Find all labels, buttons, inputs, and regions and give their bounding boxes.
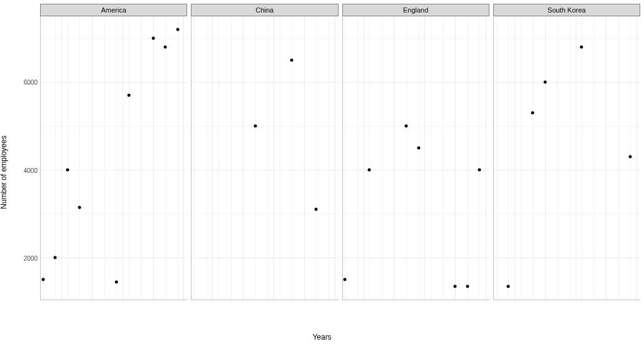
- data-point: [66, 169, 69, 172]
- gridline-v-minor: [382, 16, 382, 300]
- gridline-v-minor: [255, 16, 256, 300]
- plot-area: 2012.52015.02017.52020.02022.5: [342, 16, 489, 300]
- gridline-v: [364, 16, 364, 300]
- gridline-v: [455, 16, 456, 300]
- data-point: [405, 125, 408, 128]
- data-point: [127, 94, 130, 97]
- facet-panels: America2012.52015.02017.52020.02022.5Chi…: [40, 4, 640, 300]
- gridline-v: [212, 16, 213, 300]
- facet-strip: England: [342, 4, 489, 16]
- facet-panel: South Korea2012.52015.02017.52020.02022.…: [493, 4, 640, 300]
- facet-label: South Korea: [548, 6, 586, 14]
- gridline-v-minor: [267, 16, 268, 300]
- x-tick-labels: 2012.52015.02017.52020.02022.5: [494, 300, 640, 300]
- gridline-v-minor: [129, 16, 130, 300]
- facet-panel: England2012.52015.02017.52020.02022.5: [342, 4, 489, 300]
- gridline-v-minor: [369, 16, 370, 300]
- data-point: [54, 256, 57, 259]
- gridline-v: [61, 16, 62, 300]
- data-point: [507, 284, 510, 288]
- gridline-v-minor: [406, 16, 407, 300]
- data-point: [454, 284, 457, 288]
- gridline-v: [394, 16, 394, 300]
- data-point: [478, 169, 481, 172]
- x-axis-title: Years: [312, 333, 331, 341]
- gridline-v-minor: [570, 16, 570, 300]
- data-point: [466, 284, 469, 288]
- gridline-v-minor: [521, 16, 521, 300]
- gridline-v: [273, 16, 274, 300]
- data-point: [253, 125, 257, 128]
- facet-panel: America2012.52015.02017.52020.02022.5: [40, 4, 187, 300]
- data-point: [78, 206, 81, 209]
- data-point: [531, 112, 534, 115]
- gridline-v: [486, 16, 486, 300]
- x-tick-mark: [335, 300, 335, 300]
- x-tick-mark: [486, 300, 486, 300]
- x-tick-mark: [576, 300, 576, 300]
- gridline-v: [545, 16, 546, 300]
- gridline-v-minor: [141, 16, 141, 300]
- facet-label: America: [101, 6, 126, 14]
- y-tick-label: 6000: [16, 79, 38, 86]
- gridline-v-minor: [194, 16, 195, 300]
- y-tick-label: 4000: [16, 167, 38, 174]
- x-tick-mark: [545, 300, 546, 300]
- x-tick-mark: [606, 300, 606, 300]
- gridline-v-minor: [345, 16, 345, 300]
- gridline-v: [153, 16, 154, 300]
- gridline-v-minor: [419, 16, 419, 300]
- x-tick-mark: [92, 300, 93, 300]
- gridline-v-minor: [508, 16, 509, 300]
- x-tick-labels: 2012.52015.02017.52020.02022.5: [343, 300, 489, 300]
- y-tick-mark: [40, 170, 41, 170]
- x-tick-mark: [153, 300, 154, 300]
- gridline-v: [243, 16, 243, 300]
- facet-strip: China: [191, 4, 338, 16]
- gridline-v: [183, 16, 184, 300]
- y-axis-title: Number of employees: [0, 135, 8, 209]
- x-tick-mark: [636, 300, 637, 300]
- x-tick-mark: [304, 300, 305, 300]
- gridline-v-minor: [178, 16, 178, 300]
- gridline-v-minor: [479, 16, 480, 300]
- y-tick-mark: [40, 258, 41, 258]
- plot-area: 2012.52015.02017.52020.02022.5: [493, 16, 640, 300]
- gridline-v: [576, 16, 576, 300]
- gridline-v: [304, 16, 305, 300]
- data-point: [315, 208, 318, 211]
- gridline-v-minor: [496, 16, 497, 300]
- facet-strip: America: [40, 4, 187, 16]
- gridline-v-minor: [357, 16, 358, 300]
- gridline-v-minor: [468, 16, 468, 300]
- x-tick-mark: [514, 300, 515, 300]
- gridline-v-minor: [43, 16, 44, 300]
- gridline-v-minor: [594, 16, 595, 300]
- gridline-v-minor: [581, 16, 582, 300]
- gridline-v-minor: [68, 16, 68, 300]
- facet-panel: China2012.52015.02017.52020.02022.5: [191, 4, 338, 300]
- facet-label: China: [256, 6, 274, 14]
- x-tick-labels: 2012.52015.02017.52020.02022.5: [41, 300, 187, 300]
- facet-label: England: [403, 6, 428, 14]
- data-point: [41, 278, 44, 281]
- data-point: [344, 278, 347, 281]
- y-tick-mark: [40, 82, 41, 83]
- y-tick-labels: 200040006000: [16, 0, 38, 344]
- x-tick-mark: [61, 300, 62, 300]
- data-point: [417, 147, 420, 150]
- data-point: [164, 46, 167, 49]
- x-tick-mark: [364, 300, 364, 300]
- x-tick-mark: [212, 300, 213, 300]
- facet-strip: South Korea: [493, 4, 640, 16]
- data-point: [115, 280, 118, 283]
- gridline-v: [335, 16, 335, 300]
- data-point: [629, 155, 632, 159]
- gridline-v-minor: [280, 16, 280, 300]
- gridline-v-minor: [165, 16, 166, 300]
- x-tick-mark: [394, 300, 394, 300]
- y-tick-label: 2000: [16, 255, 38, 262]
- gridline-v-minor: [105, 16, 105, 300]
- data-point: [290, 59, 294, 62]
- gridline-v: [514, 16, 515, 300]
